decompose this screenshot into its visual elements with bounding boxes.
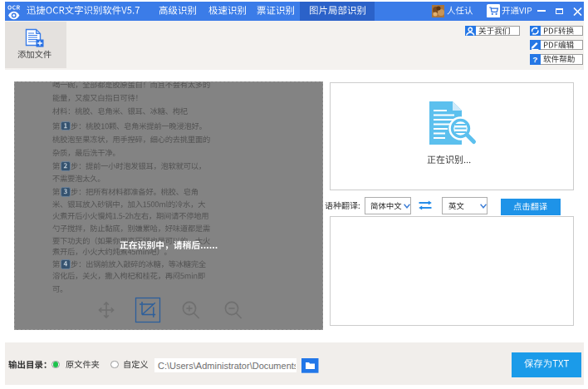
svg-text:?: ?: [532, 55, 537, 64]
